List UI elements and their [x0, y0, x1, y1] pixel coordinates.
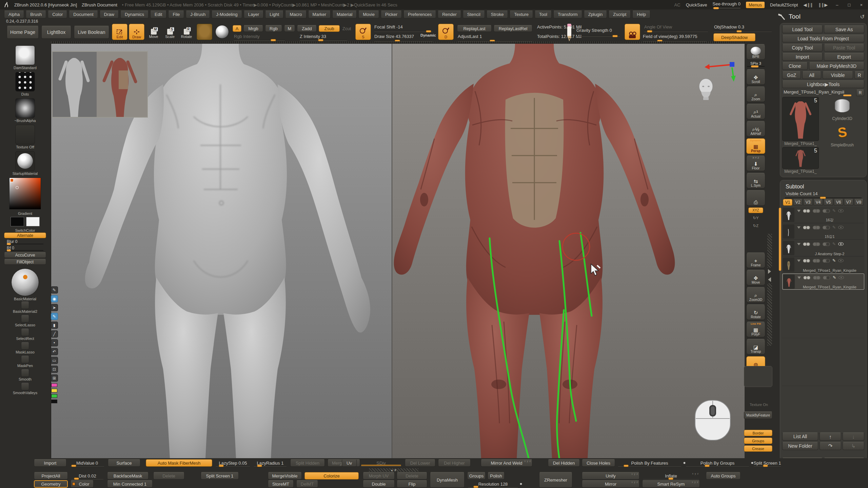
copy-tool-button[interactable]: Copy Tool	[782, 44, 823, 52]
current-alpha-thumbnail[interactable]	[197, 24, 212, 40]
mirror-button[interactable]: Mirrorx y z	[582, 480, 639, 488]
item-button[interactable]: ↷	[820, 442, 841, 450]
list-all-button[interactable]: List All	[782, 432, 818, 441]
annotation-color-swatch-3[interactable]	[51, 400, 57, 403]
window-minimize-button[interactable]: –	[834, 2, 840, 7]
collapse-left-icon[interactable]	[768, 277, 771, 282]
eye-icon[interactable]	[838, 259, 844, 262]
mini-slot-smooth[interactable]: Smooth	[19, 369, 32, 381]
mrgb-toggle[interactable]: Mrgb	[243, 25, 263, 32]
dynamic-mode-button[interactable]: D	[438, 24, 454, 40]
subtool-tab-v6[interactable]: V6	[834, 199, 843, 206]
menu-item-transform[interactable]: Transform	[553, 11, 582, 18]
mask-by-feature-button[interactable]: MaskByFeature	[744, 411, 772, 419]
dynamic-draw-size-button[interactable]: S	[355, 24, 371, 40]
item-button[interactable]: ↑	[820, 432, 841, 441]
subtool-row-3[interactable]: ✎Merged_TPose1_Ryan_Kingslie	[782, 257, 864, 273]
midvalue-0-slider[interactable]: MidValue 0	[69, 459, 105, 467]
slider-dot-button[interactable]	[520, 483, 522, 485]
crease-button[interactable]: Crease	[744, 445, 772, 452]
menu-item-layer[interactable]: Layer	[244, 11, 264, 18]
smart-resym-button[interactable]: Smart ReSymx y z	[642, 480, 700, 488]
rotate-button[interactable]: ↻Rotate	[746, 304, 765, 320]
mini-slot-basicmaterial2[interactable]: BasicMaterial2	[13, 301, 37, 313]
accucurve-button[interactable]: AccuCurve	[4, 252, 46, 258]
del-hidden-button[interactable]: Del Hidden	[548, 459, 580, 467]
resolution-128-slider[interactable]: Resolution 128	[467, 480, 519, 488]
delete-button[interactable]: Delete	[153, 472, 184, 480]
groups-button[interactable]: Groups	[467, 472, 486, 480]
inflate-slider[interactable]: Inflatex y z	[642, 472, 700, 480]
rgb-intensity-handle[interactable]	[271, 39, 276, 41]
menu-item-light[interactable]: Light	[265, 11, 283, 18]
uv-toggle-icon[interactable]	[813, 276, 821, 280]
menu-item-zscript[interactable]: Zscript	[609, 11, 631, 18]
rgb-intensity-slider[interactable]: Rgb Intensity	[234, 34, 260, 39]
paint-icon[interactable]: ✎	[832, 242, 836, 246]
scale-mode-button[interactable]: SScale	[163, 26, 177, 39]
sdiv-slider[interactable]: SDiv	[360, 459, 402, 467]
paint-icon[interactable]: ✎	[833, 275, 836, 280]
camera-lock-icon-button[interactable]: ⎙	[746, 190, 765, 206]
shelf-slot-dots[interactable]: Dots	[15, 72, 35, 96]
lazyradius-1-slider[interactable]: LazyRadius 1	[253, 459, 288, 467]
document-canvas[interactable]	[51, 43, 744, 458]
save-as-button[interactable]: Save As	[824, 25, 864, 33]
fillobject-button[interactable]: FillObject	[4, 259, 46, 265]
auto-mask-fibermesh-button[interactable]: Auto Mask FiberMesh	[146, 459, 212, 467]
subtool-scrollbar[interactable]	[779, 208, 781, 271]
menu-item-color[interactable]: Color	[48, 11, 67, 18]
basic-material-thumbnail[interactable]	[11, 268, 39, 296]
make-polymesh3d-button[interactable]: Make PolyMesh3D	[809, 62, 864, 70]
scrub-right-icon[interactable]: ∥∥▶	[818, 2, 828, 7]
see-through-slider[interactable]: See-through 0	[713, 1, 741, 8]
dynamesh-button[interactable]: DynaMesh	[430, 472, 465, 488]
paint-icon[interactable]: ✎	[832, 258, 836, 263]
mergevisible-button[interactable]: MergeVisible	[268, 472, 302, 480]
move-mode-button[interactable]: MMove	[146, 26, 161, 39]
menu-item-alpha[interactable]: Alpha	[4, 11, 24, 18]
m-toggle[interactable]: M	[284, 25, 295, 32]
paint-icon[interactable]: ✎	[832, 225, 836, 230]
zremesher-button[interactable]: ZRemesher	[539, 472, 572, 488]
menu-item-tool[interactable]: Tool	[535, 11, 552, 18]
menu-item-help[interactable]: Help	[632, 11, 650, 18]
menu-item-macro[interactable]: Macro	[285, 11, 306, 18]
split-hidden-button[interactable]: Split Hidden	[290, 459, 325, 467]
double-button[interactable]: Double	[363, 480, 395, 488]
simplebrush-thumbnail[interactable]: S	[822, 123, 862, 141]
polish-by-features-slider[interactable]: Polish By Features	[617, 459, 682, 467]
live-boolean-button[interactable]: Live Boolean	[74, 26, 109, 39]
export-button[interactable]: Export	[824, 53, 864, 61]
z-intensity-slider[interactable]: Z Intensity 33	[300, 34, 326, 39]
uv-toggle-icon[interactable]	[813, 242, 820, 246]
bpr-button[interactable]: BPR	[746, 44, 765, 60]
subtool-tab-v8[interactable]: V8	[854, 199, 864, 206]
contrast-toggle-icon[interactable]	[823, 259, 830, 263]
visible-button[interactable]: Visible	[823, 71, 853, 79]
polish-by-groups-slider[interactable]: Polish By Groups	[685, 459, 750, 467]
import-button[interactable]: Import	[34, 459, 66, 467]
z-intensity-handle[interactable]	[318, 39, 323, 41]
flip-down-icon[interactable]	[797, 210, 801, 212]
floor-button[interactable]: X Y Z⬇Floor	[746, 156, 765, 171]
deep-shadow-button[interactable]: DeepShadow	[713, 33, 755, 41]
contrast-toggle-icon[interactable]	[823, 209, 830, 213]
zcut-toggle[interactable]: Zcut	[342, 26, 351, 31]
shelf-slot-damstandard[interactable]: DamStandard	[14, 45, 37, 70]
menu-item-j-modeling[interactable]: J-Modeling	[212, 11, 242, 18]
texture-preview-box[interactable]	[744, 366, 772, 387]
line-icon[interactable]: ╱	[51, 330, 58, 338]
split-screen-1-button[interactable]: Split Screen 1	[201, 472, 239, 480]
active-tool-name[interactable]: Merged_TPose1_Ryan_Kingsli	[782, 89, 855, 96]
menu-item-file[interactable]: File	[168, 11, 184, 18]
gradient-label[interactable]: Gradient	[18, 211, 32, 216]
menu-item-j-brush[interactable]: J-Brush	[186, 11, 210, 18]
eye-icon[interactable]	[839, 276, 844, 279]
polypaint-toggle-icon[interactable]	[803, 226, 810, 229]
groups-button[interactable]: Groups	[744, 438, 772, 444]
flip-down-icon[interactable]	[797, 260, 801, 262]
subtool-row-1[interactable]: ✎15강1	[782, 224, 864, 240]
focal-shift-handle[interactable]	[426, 30, 431, 33]
stylus-icon[interactable]: ✎	[51, 286, 58, 293]
